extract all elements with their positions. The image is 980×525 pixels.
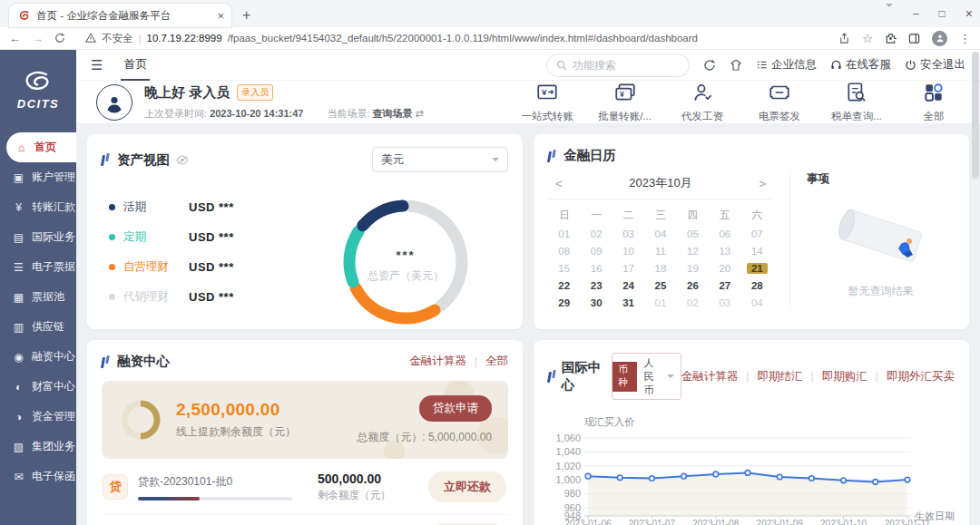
calendar-day[interactable]: 08 [548,246,580,257]
theme-skin-icon[interactable] [730,59,742,72]
calendar-day[interactable]: 02 [580,228,612,239]
extensions-icon[interactable] [885,33,897,44]
link-spot-purchase[interactable]: 即期购汇 [822,369,867,384]
calendar-day[interactable]: 18 [644,263,676,274]
sidebar-item-home[interactable]: ⌂首页 [6,132,76,162]
window-maximize-button[interactable]: □ [939,7,946,20]
quick-action-e-ticket-issue[interactable]: 电票签发 [753,81,806,123]
refresh-icon[interactable] [703,59,716,72]
calendar-day-today[interactable]: 21 [747,263,768,274]
link-spot-settlement[interactable]: 即期结汇 [758,369,803,384]
calendar-next-button[interactable]: > [755,177,769,190]
link-spot-fx-trade[interactable]: 即期外汇买卖 [887,369,955,384]
window-menu-chevron-icon[interactable] [886,7,893,20]
calendar-day[interactable]: 20 [709,263,740,274]
tab-close-icon[interactable]: × [217,9,224,23]
calendar-day[interactable]: 12 [677,246,709,257]
calendar-day[interactable]: 11 [644,246,676,257]
calendar-day[interactable]: 04 [644,228,676,239]
headset-icon [830,59,842,71]
loan-apply-button[interactable]: 贷款申请 [419,395,492,422]
calendar-day[interactable]: 04 [741,297,773,308]
sidebar-item-guarantee[interactable]: ✉电子保函 [0,462,76,491]
calendar-day[interactable]: 31 [612,297,644,308]
address-bar-row: ← → 不安全 | 10.7.19.22:8999/fpaas_bucket/9… [0,27,980,50]
link-finance-calculator[interactable]: 金融计算器 [409,354,466,369]
sidebar-item-supply-chain[interactable]: ▥供应链 [0,312,76,342]
new-tab-button[interactable]: + [242,4,250,27]
share-icon[interactable] [838,33,850,44]
calendar-day[interactable]: 15 [548,263,580,274]
calendar-day[interactable]: 14 [741,246,773,257]
sidebar-item-financing[interactable]: ◉融资中心 [0,342,76,372]
sidebar-item-transfer[interactable]: ¥转账汇款 [0,192,76,222]
calendar-prev-button[interactable]: < [552,177,566,190]
currency-select[interactable]: 美元 [372,147,508,172]
browser-tab[interactable]: 首页 - 企业综合金融服务平台 × [9,4,231,27]
forward-button[interactable]: → [32,32,44,45]
chrome-menu-icon[interactable]: ⋮ [959,32,971,45]
quick-action-all-apps[interactable]: 全部 [907,81,960,123]
calendar-day[interactable]: 10 [612,246,644,257]
link-safe-logout[interactable]: 安全退出 [905,57,965,73]
calendar-day[interactable]: 28 [741,280,773,291]
scene-switch-icon[interactable]: ⇄ [416,108,424,119]
calendar-day[interactable]: 09 [580,246,612,257]
sidebar-item-account[interactable]: ▣账户管理 [0,162,76,192]
scrollbar-thumb[interactable] [972,52,979,179]
calendar-day[interactable]: 23 [580,280,612,291]
sidebar-item-wealth[interactable]: ◐财富中心 [0,372,76,402]
currency-type-select[interactable]: 币种 人民币 [612,353,681,400]
calendar-day[interactable]: 22 [548,280,580,291]
quick-action-payroll[interactable]: 代发工资 [676,81,729,123]
calendar-day[interactable]: 03 [612,228,644,239]
reload-button[interactable] [54,33,65,44]
calendar-day[interactable]: 06 [709,228,740,239]
quick-action-one-stop-transfer[interactable]: ¥一站式转账 [521,81,573,123]
calendar-day[interactable]: 16 [580,263,612,274]
calendar-day[interactable]: 01 [548,228,580,239]
hide-amounts-eye-icon[interactable] [176,155,189,165]
quick-action-tax-query[interactable]: 税单查询... [830,81,883,123]
link-all-financing[interactable]: 全部 [485,354,508,369]
window-minimize-button[interactable]: – [913,7,919,20]
calendar-day[interactable]: 19 [677,263,709,274]
search-box[interactable] [546,53,690,77]
calendar-day[interactable]: 27 [709,280,740,291]
calendar-day[interactable]: 17 [612,263,644,274]
international-center-card: 国际中心 币种 人民币 金融计算器 | 即期结汇 | 即期购汇 | 即期外汇买卖 [534,340,969,525]
calendar-day[interactable]: 30 [580,297,612,308]
back-button[interactable]: ← [9,32,21,45]
address-bar[interactable]: 不安全 | 10.7.19.22:8999/fpaas_bucket/94154… [76,30,828,47]
calendar-day[interactable]: 07 [741,228,773,239]
side-panel-icon[interactable] [908,33,920,44]
search-input[interactable] [573,59,663,72]
calendar-day[interactable]: 05 [677,228,709,239]
calendar-day[interactable]: 26 [677,280,709,291]
quick-actions: ¥一站式转账¥批量转账/...代发工资电票签发税单查询...全部 [521,81,960,123]
bookmark-star-icon[interactable]: ☆ [862,32,873,45]
calendar-weekday: 一 [580,209,612,222]
calendar-day[interactable]: 25 [644,280,676,291]
calendar-day[interactable]: 29 [548,297,580,308]
link-fx-calculator[interactable]: 金融计算器 [681,369,739,384]
calendar-day[interactable]: 01 [644,297,676,308]
quick-action-batch-transfer[interactable]: ¥批量转账/... [598,81,652,123]
calendar-day[interactable]: 24 [612,280,644,291]
calendar-day[interactable]: 02 [677,297,709,308]
link-online-service[interactable]: 在线客服 [830,57,891,73]
sidebar-item-e-bill[interactable]: ☰电子票据 [0,252,76,282]
sidebar-item-bill-pool[interactable]: ▦票据池 [0,282,76,312]
link-company-info[interactable]: 企业信息 [756,57,817,73]
profile-avatar-icon[interactable] [932,31,947,46]
sidebar-item-funds[interactable]: ◑资金管理 [0,402,76,432]
calendar-day[interactable]: 03 [709,297,740,308]
tab-home[interactable]: 首页 [121,50,150,81]
calendar-day[interactable]: 13 [709,246,740,257]
menu-fold-icon[interactable]: ☰ [91,57,103,73]
repay-now-button[interactable]: 立即还款 [428,472,506,502]
user-avatar[interactable] [96,84,132,121]
sidebar-item-international[interactable]: ▤国际业务 [0,222,76,252]
window-close-button[interactable]: × [965,6,973,21]
sidebar-item-group[interactable]: ▧集团业务 [0,432,76,462]
